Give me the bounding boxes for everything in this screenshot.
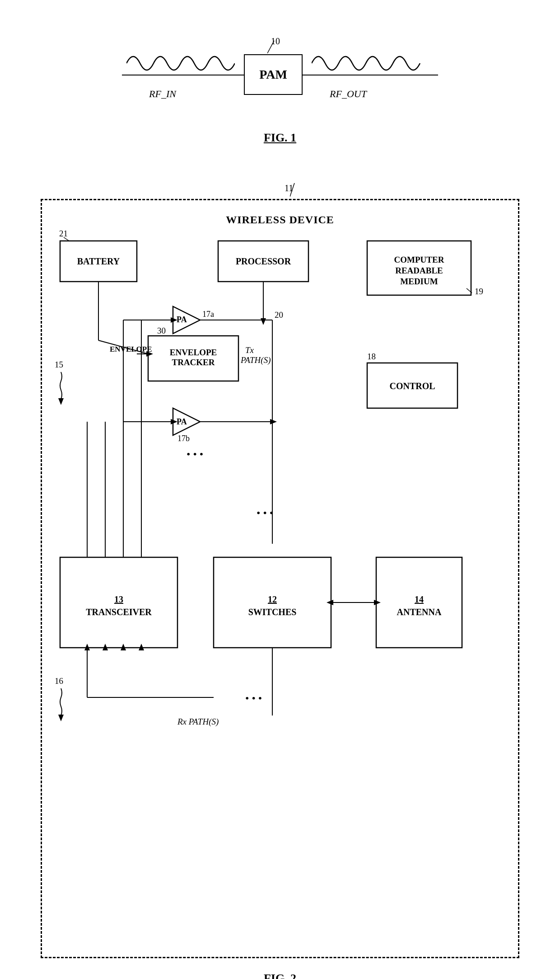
ref-11-container: 11 <box>41 181 519 199</box>
svg-marker-68 <box>58 715 64 721</box>
svg-text:CONTROL: CONTROL <box>389 381 435 391</box>
svg-text:13: 13 <box>114 594 123 604</box>
svg-text:ANTENNA: ANTENNA <box>397 607 442 617</box>
svg-text:• • •: • • • <box>257 507 273 519</box>
page: 10 PAM <box>0 0 560 979</box>
ref-11-arrow <box>290 183 313 199</box>
fig1-caption: FIG. 1 <box>264 131 296 145</box>
rf-out-label: RF_OUT <box>330 88 367 100</box>
wireless-device-box: WIRELESS DEVICE BATTERY 21 PROCESSOR COM… <box>41 199 519 958</box>
svg-marker-61 <box>103 644 108 650</box>
svg-text:• • •: • • • <box>187 448 203 460</box>
svg-text:Rx PATH(S): Rx PATH(S) <box>177 717 219 727</box>
rf-in-label: RF_IN <box>149 88 176 100</box>
svg-text:SWITCHES: SWITCHES <box>248 607 297 617</box>
svg-marker-31 <box>270 419 277 424</box>
svg-text:PATH(S): PATH(S) <box>240 355 271 365</box>
svg-text:15: 15 <box>55 360 63 369</box>
svg-marker-47 <box>327 600 333 605</box>
svg-marker-63 <box>139 644 144 650</box>
svg-text:• • •: • • • <box>245 692 262 704</box>
svg-text:TRACKER: TRACKER <box>172 358 215 367</box>
svg-marker-48 <box>374 600 381 605</box>
svg-text:PROCESSOR: PROCESSOR <box>236 256 291 266</box>
svg-text:PA: PA <box>177 417 187 426</box>
ref-10-arrow <box>267 41 281 54</box>
svg-text:MEDIUM: MEDIUM <box>400 277 438 286</box>
svg-text:16: 16 <box>55 676 63 686</box>
svg-line-0 <box>267 41 274 53</box>
wavy-right <box>312 50 425 79</box>
wavy-left <box>126 50 235 79</box>
svg-text:BATTERY: BATTERY <box>77 256 120 266</box>
fig1-container: 10 PAM <box>27 18 533 163</box>
svg-text:READABLE: READABLE <box>395 266 443 275</box>
svg-text:Tx: Tx <box>245 345 254 355</box>
svg-line-1 <box>290 183 294 197</box>
svg-text:17b: 17b <box>177 434 190 443</box>
ref-10: 10 <box>271 36 280 47</box>
svg-text:TRANSCEIVER: TRANSCEIVER <box>86 607 152 617</box>
svg-text:COMPUTER: COMPUTER <box>394 255 444 264</box>
svg-marker-60 <box>84 644 90 650</box>
svg-text:19: 19 <box>475 287 483 296</box>
svg-marker-66 <box>58 398 64 405</box>
svg-marker-62 <box>121 644 126 650</box>
svg-marker-75 <box>261 318 266 325</box>
svg-text:17a: 17a <box>202 310 214 319</box>
rf-out-wave <box>312 50 425 77</box>
fig2-svg: BATTERY 21 PROCESSOR COMPUTER READABLE M… <box>51 227 503 951</box>
svg-text:PA: PA <box>177 315 187 324</box>
svg-text:20: 20 <box>275 310 283 320</box>
wireless-device-label: WIRELESS DEVICE <box>56 214 504 226</box>
svg-text:14: 14 <box>415 594 424 604</box>
svg-text:21: 21 <box>59 229 68 238</box>
svg-text:18: 18 <box>367 352 376 361</box>
pam-box: PAM <box>244 54 303 95</box>
svg-text:30: 30 <box>157 326 166 335</box>
svg-text:12: 12 <box>268 594 277 604</box>
svg-text:ENVELOPE: ENVELOPE <box>170 348 217 357</box>
fig1-diagram: 10 PAM <box>122 36 438 127</box>
fig2-caption: FIG. 2 <box>27 972 533 979</box>
fig2-container: 11 WIRELESS DEVICE BATTERY 21 PROCESSOR <box>27 181 533 979</box>
rf-in-wave <box>126 50 235 77</box>
